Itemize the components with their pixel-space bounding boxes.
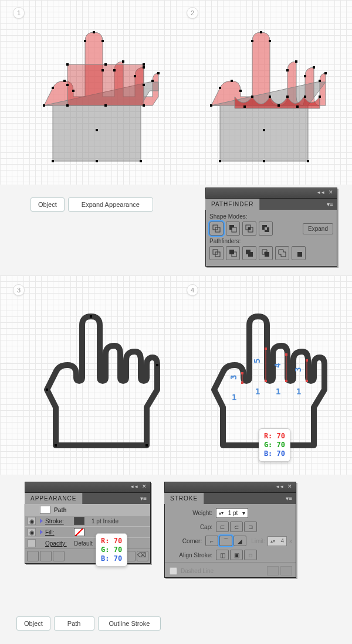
svg-rect-51 xyxy=(296,105,299,108)
align-center[interactable]: ◫ xyxy=(216,550,229,560)
crop-mode[interactable] xyxy=(259,246,273,260)
corner-miter[interactable]: ⌐ xyxy=(205,536,218,546)
add-stroke-button[interactable] xyxy=(40,551,52,561)
fill-link[interactable]: Fill: xyxy=(45,529,72,536)
dashed-checkbox[interactable] xyxy=(170,567,177,575)
step-badge-3: 3 xyxy=(13,284,25,296)
svg-rect-5 xyxy=(84,40,86,42)
opacity-link[interactable]: Opacity: xyxy=(45,540,72,547)
window-controls[interactable]: ◂◂ ✕ xyxy=(317,189,334,195)
hand-outline-1 xyxy=(29,296,170,466)
expand-appearance-button[interactable]: Expand Appearance xyxy=(68,197,153,212)
path-label: Path xyxy=(54,507,67,513)
cap-square[interactable]: ⊐ xyxy=(244,522,257,532)
dash-opt-1 xyxy=(267,566,279,575)
svg-rect-14 xyxy=(157,72,160,74)
cap-label: Cap: xyxy=(168,524,212,530)
new-art-button[interactable] xyxy=(27,551,39,561)
svg-rect-39 xyxy=(286,96,289,98)
svg-rect-80 xyxy=(285,380,287,382)
exclude-mode[interactable] xyxy=(259,222,273,236)
svg-rect-70 xyxy=(156,364,158,366)
expand-toggle[interactable] xyxy=(40,519,43,523)
expand-toggle[interactable] xyxy=(40,530,43,534)
svg-rect-55 xyxy=(232,227,236,232)
visibility-toggle[interactable]: ◉ xyxy=(28,517,36,525)
limit-label: Limit: xyxy=(251,538,265,544)
svg-rect-27 xyxy=(210,104,212,107)
svg-rect-4 xyxy=(72,90,75,92)
svg-rect-11 xyxy=(134,75,136,77)
stroke-tab[interactable]: STROKE xyxy=(164,493,204,504)
intersect-mode[interactable] xyxy=(242,222,256,236)
add-fill-button[interactable] xyxy=(53,551,65,561)
svg-rect-9 xyxy=(113,69,116,71)
outline-stroke-button[interactable]: Outline Stroke xyxy=(98,616,161,631)
align-inside[interactable]: ▣ xyxy=(230,550,243,560)
panel-titlebar: ◂◂ ✕ xyxy=(165,482,296,493)
svg-rect-44 xyxy=(324,72,327,74)
limit-field: ▴▾4 xyxy=(268,536,287,546)
step-badge-4: 4 xyxy=(187,284,198,296)
svg-rect-29 xyxy=(231,80,233,82)
window-controls[interactable]: ◂◂ ✕ xyxy=(131,483,148,489)
window-controls[interactable]: ◂◂ ✕ xyxy=(276,483,293,489)
svg-rect-43 xyxy=(319,80,321,82)
delete-button[interactable]: ⌫ xyxy=(137,551,148,561)
svg-rect-16 xyxy=(143,63,145,66)
stroke-swatch[interactable] xyxy=(74,517,84,525)
unite-mode[interactable] xyxy=(209,222,224,236)
svg-rect-42 xyxy=(304,96,306,98)
svg-rect-6 xyxy=(93,31,95,33)
align-outside[interactable]: □ xyxy=(244,550,257,560)
merge-mode[interactable] xyxy=(242,246,256,260)
expand-button[interactable]: Expand xyxy=(303,223,333,234)
outline-mode[interactable] xyxy=(275,246,289,260)
panel-menu-icon[interactable]: ▾≡ xyxy=(286,495,292,502)
svg-rect-36 xyxy=(277,104,280,107)
panel-titlebar: ◂◂ ✕ xyxy=(25,482,150,493)
svg-rect-30 xyxy=(239,90,242,92)
visibility-toggle[interactable]: ◉ xyxy=(28,528,36,536)
svg-text:4: 4 xyxy=(273,363,282,368)
cap-butt[interactable]: ⊏ xyxy=(216,522,229,532)
svg-rect-15 xyxy=(66,63,69,66)
fill-swatch[interactable] xyxy=(74,528,84,536)
weight-field[interactable]: ▴▾1 pt▾ xyxy=(216,508,248,518)
hand-shape-2 xyxy=(199,18,334,176)
path-button[interactable]: Path xyxy=(54,616,94,631)
svg-rect-83 xyxy=(241,372,243,374)
panel-menu-icon[interactable]: ▾≡ xyxy=(140,495,147,502)
divide-mode[interactable] xyxy=(209,246,224,260)
svg-rect-58 xyxy=(248,227,251,230)
svg-rect-33 xyxy=(269,40,271,42)
step-badge-1: 1 xyxy=(13,7,25,19)
trim-mode[interactable] xyxy=(226,246,240,260)
visibility-toggle[interactable] xyxy=(28,539,36,547)
stroke-link[interactable]: Stroke: xyxy=(45,518,72,524)
stroke-value: 1 pt Inside xyxy=(92,518,119,524)
minus-front-mode[interactable] xyxy=(226,222,240,236)
object-button-2[interactable]: Object xyxy=(16,616,50,631)
panel-menu-icon[interactable]: ▾≡ xyxy=(327,201,333,207)
svg-rect-0 xyxy=(67,64,144,105)
svg-rect-67 xyxy=(297,252,302,257)
pathfinder-tab[interactable]: PATHFINDER xyxy=(205,199,260,210)
svg-rect-78 xyxy=(265,380,267,382)
corner-round[interactable]: ⌒ xyxy=(219,536,232,546)
appearance-panel: ◂◂ ✕ APPEARANCE▾≡ Path ◉Stroke:1 pt Insi… xyxy=(25,482,151,564)
svg-rect-19 xyxy=(143,104,145,107)
dash-opt-2 xyxy=(280,566,292,575)
svg-rect-28 xyxy=(219,87,221,89)
appearance-tab[interactable]: APPEARANCE xyxy=(25,493,83,504)
hand-shape-1 xyxy=(32,18,167,176)
svg-text:3: 3 xyxy=(229,375,238,380)
cap-round[interactable]: ⊂ xyxy=(230,522,243,532)
svg-rect-26 xyxy=(96,129,98,131)
corner-bevel[interactable]: ◢ xyxy=(233,536,246,546)
svg-rect-45 xyxy=(319,96,321,98)
object-button[interactable]: Object xyxy=(31,197,65,212)
svg-rect-66 xyxy=(265,252,269,257)
dashed-label: Dashed Line xyxy=(181,568,214,574)
minus-back-mode[interactable] xyxy=(292,246,306,260)
